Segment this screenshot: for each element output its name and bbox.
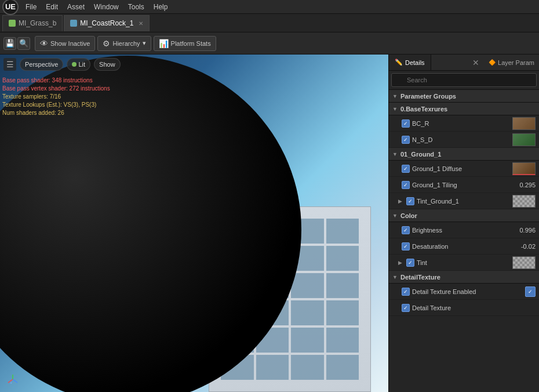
show-button[interactable]: Show [94,58,121,71]
detail-texture-checkbox[interactable] [402,304,410,312]
stat-shaders-added: Num shaders added: 26 [2,109,110,117]
brightness-value[interactable]: 0.996 [512,227,536,234]
bc-r-row: BC_R [389,115,539,132]
stat-samplers: Texture samplers: 7/16 [2,93,110,101]
building-window [291,355,324,380]
detail-texture-enabled-value[interactable] [525,286,536,297]
layer-param-tab[interactable]: 🔶 Layer Param [484,55,539,70]
ground-1-diffuse-label: Ground_1 Diffuse [412,165,510,172]
detail-texture-label: Detail Texture [412,304,536,311]
brightness-row: Brightness 0.996 [389,222,539,238]
tab-coastrock-close[interactable]: ✕ [139,20,143,27]
tab-coastrock-icon [70,20,77,27]
lit-button[interactable]: Lit [67,58,90,71]
detail-texture-header[interactable]: ▼ DetailTexture [389,271,539,284]
brightness-label: Brightness [412,227,510,234]
color-arrow: ▼ [392,213,398,219]
detail-texture-enabled-label: Detail Texture Enabled [412,288,523,295]
tab-grass-icon [9,20,16,27]
tint-ground-1-expand[interactable]: ▶ [398,198,404,204]
tint-ground-1-checkbox[interactable] [406,197,414,205]
tint-ground-1-texture[interactable] [512,195,536,208]
base-textures-header[interactable]: ▼ 0.BaseTexrures [389,103,539,115]
ground-1-tiling-checkbox[interactable] [402,181,410,189]
platform-stats-icon: 📊 [159,39,169,48]
n-s-d-texture[interactable] [512,133,536,146]
building-window [326,300,359,325]
building-window [326,328,359,353]
parameter-groups-title: Parameter Groups [400,93,456,100]
viewport-overlay: ☰ Perspective Lit Show [3,58,121,71]
ground-1-tiling-label: Ground_1 Tiling [412,182,510,188]
shader-stats: Base pass shader: 348 instructions Base … [2,77,110,117]
bc-r-label: BC_R [412,120,510,127]
parameter-groups-header[interactable]: ▼ Parameter Groups [389,90,539,103]
ground-1-diffuse-texture[interactable] [512,162,536,175]
tint-ground-1-row: ▶ Tint_Ground_1 [389,193,539,209]
color-header[interactable]: ▼ Color [389,209,539,222]
bc-r-checkbox[interactable] [402,119,410,128]
base-textures-title: 0.BaseTexrures [400,106,447,112]
n-s-d-checkbox[interactable] [402,136,410,144]
menu-window[interactable]: Window [89,2,123,12]
search-wrapper: 🔍 [391,73,537,87]
show-inactive-label: Show Inactive [50,40,90,47]
ground-1-diffuse-checkbox[interactable] [402,165,410,173]
perspective-button[interactable]: Perspective [20,58,63,71]
hierarchy-label: Hierarchy [112,40,140,47]
show-inactive-button[interactable]: 👁 Show Inactive [35,36,95,51]
detail-texture-enabled-checkbox[interactable] [402,288,410,296]
details-close-button[interactable]: ✕ [468,58,484,67]
menu-asset[interactable]: Asset [63,2,89,12]
bc-r-texture[interactable] [512,117,536,130]
menu-bar: UE File Edit Asset Window Tools Help [0,0,539,14]
toolbar-save-group: 💾 🔍 [3,37,30,50]
ground-1-header[interactable]: ▼ 01_Ground_1 [389,148,539,161]
viewport-menu-button[interactable]: ☰ [3,58,16,71]
hierarchy-button[interactable]: ⚙ Hierarchy ▾ [97,36,151,51]
tint-row: ▶ Tint [389,255,539,271]
show-inactive-icon: 👁 [40,39,48,48]
building-window [291,328,324,353]
ue-logo[interactable]: UE [2,0,19,15]
platform-stats-button[interactable]: 📊 Platform Stats [154,36,216,51]
viewport[interactable]: ☰ Perspective Lit Show Base pass shader:… [0,55,388,392]
menu-help[interactable]: Help [149,2,173,12]
detail-texture-enabled-row: Detail Texture Enabled [389,284,539,300]
brightness-checkbox[interactable] [402,226,410,234]
browse-button[interactable]: 🔍 [17,37,30,50]
ground-1-title: 01_Ground_1 [400,151,441,158]
building-window [326,219,359,244]
desaturation-row: Desaturation -0.02 [389,238,539,255]
menu-file[interactable]: File [21,2,41,12]
tab-grass[interactable]: MI_Grass_b [2,15,63,31]
detail-texture-row: Detail Texture [389,300,539,316]
desaturation-label: Desaturation [412,243,510,250]
building-window [291,300,324,325]
details-tab[interactable]: ✏️ Details [389,55,431,70]
hierarchy-chevron: ▾ [143,39,146,47]
panel-header: ✏️ Details ✕ 🔶 Layer Param [389,55,539,71]
platform-stats-label: Platform Stats [171,40,211,47]
building-window [291,273,324,298]
toolbar: 💾 🔍 👁 Show Inactive ⚙ Hierarchy ▾ 📊 Plat… [0,32,539,55]
ground-1-diffuse-row: Ground_1 Diffuse [389,161,539,177]
n-s-d-label: N_S_D [412,136,510,143]
stat-vertex-shader: Base pass vertex shader: 272 instruction… [2,85,110,93]
search-input[interactable] [391,73,537,87]
tab-coastrock[interactable]: MI_CoastRock_1 ✕ [64,15,150,31]
perspective-label: Perspective [25,61,58,68]
desaturation-value[interactable]: -0.02 [512,243,536,250]
base-textures-arrow: ▼ [392,106,398,112]
menu-tools[interactable]: Tools [123,2,149,12]
save-button[interactable]: 💾 [3,37,16,50]
search-container: 🔍 [389,71,539,90]
tint-label: Tint [417,259,510,266]
desaturation-checkbox[interactable] [402,242,410,251]
tint-checkbox[interactable] [406,259,414,267]
tint-expand[interactable]: ▶ [398,260,404,266]
menu-edit[interactable]: Edit [41,2,63,12]
ground-1-tiling-value[interactable]: 0.295 [512,182,536,188]
tab-bar: MI_Grass_b MI_CoastRock_1 ✕ [0,14,539,32]
tint-texture[interactable] [512,256,536,269]
